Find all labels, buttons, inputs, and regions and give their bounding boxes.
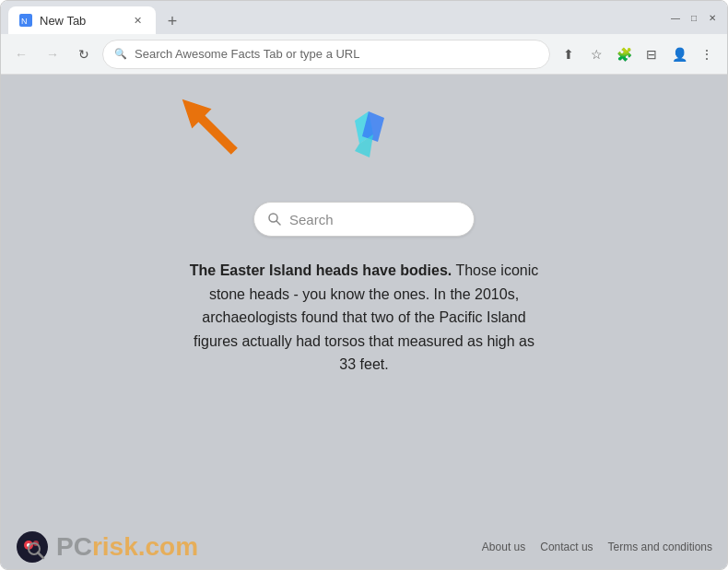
footer-left: PCrisk.com [16, 530, 198, 564]
nav-actions: ⬆ ☆ 🧩 ⊟ 👤 ⋮ [556, 41, 720, 67]
logo-container [327, 102, 401, 180]
address-search-icon: 🔍 [114, 48, 127, 60]
active-tab[interactable]: N New Tab ✕ [8, 6, 156, 34]
share-button[interactable]: ⬆ [556, 41, 581, 67]
sidebar-button[interactable]: ⊟ [639, 41, 664, 67]
footer-contact-link[interactable]: Contact us [540, 541, 593, 553]
address-bar[interactable]: 🔍 Search Awesome Facts Tab or type a URL [102, 40, 550, 69]
app-logo [327, 102, 401, 176]
search-container: Search [253, 202, 475, 237]
fact-body-text: Those iconic stone heads - you know the … [194, 262, 538, 372]
maximize-button[interactable]: □ [687, 10, 701, 25]
footer-about-link[interactable]: About us [482, 541, 525, 553]
forward-button[interactable]: → [40, 41, 65, 67]
fact-container: The Easter Island heads have bodies. Tho… [170, 259, 558, 377]
fact-bold-text: The Easter Island heads have bodies. [190, 262, 452, 278]
pcrisk-icon [16, 530, 49, 564]
fact-text: The Easter Island heads have bodies. Tho… [189, 259, 539, 377]
tab-title: New Tab [40, 14, 86, 28]
back-button[interactable]: ← [8, 41, 34, 67]
window-controls: — □ ✕ [668, 10, 720, 25]
bookmark-button[interactable]: ☆ [583, 41, 609, 67]
footer-links: About us Contact us Terms and conditions [482, 541, 712, 553]
new-tab-button[interactable]: + [159, 8, 185, 34]
pcrisk-text: PCrisk.com [56, 532, 198, 562]
svg-text:N: N [21, 17, 28, 26]
minimize-button[interactable]: — [668, 10, 683, 25]
refresh-button[interactable]: ↻ [71, 41, 97, 67]
browser-frame: N New Tab ✕ + — □ ✕ ← → ↻ 🔍 Search Aweso… [0, 0, 728, 570]
tab-favicon: N [19, 14, 32, 27]
window-close-button[interactable]: ✕ [705, 10, 720, 25]
search-icon [267, 212, 282, 227]
arrow-annotation [167, 84, 250, 170]
tab-bar: N New Tab ✕ + [8, 1, 661, 34]
extensions-button[interactable]: 🧩 [611, 41, 637, 67]
footer-terms-link[interactable]: Terms and conditions [608, 541, 712, 553]
search-box[interactable]: Search [253, 202, 475, 237]
svg-line-7 [276, 221, 280, 225]
page-content: Search The Easter Island heads have bodi… [1, 75, 727, 569]
title-bar: N New Tab ✕ + — □ ✕ [1, 1, 727, 34]
menu-button[interactable]: ⋮ [694, 41, 720, 67]
search-placeholder: Search [289, 212, 334, 227]
svg-marker-2 [172, 89, 244, 161]
tab-close-button[interactable]: ✕ [130, 13, 145, 28]
page-footer: PCrisk.com About us Contact us Terms and… [1, 525, 727, 569]
profile-button[interactable]: 👤 [666, 41, 692, 67]
address-text: Search Awesome Facts Tab or type a URL [135, 47, 538, 61]
navigation-bar: ← → ↻ 🔍 Search Awesome Facts Tab or type… [1, 34, 727, 75]
